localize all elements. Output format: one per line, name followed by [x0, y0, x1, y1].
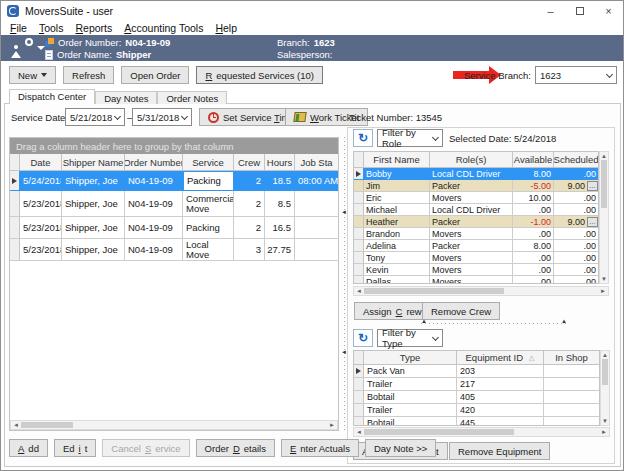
menu-reports[interactable]: Reports	[69, 22, 118, 34]
scroll-left-icon[interactable]: ◄	[354, 287, 364, 295]
crew-grid-vscrollbar[interactable]: ▲ ▼	[599, 151, 609, 284]
equipment-grid-row[interactable]: Bobtail405	[354, 391, 599, 404]
edit-button[interactable]: Edit	[54, 439, 96, 457]
user-menu-icon[interactable]	[11, 38, 45, 58]
requested-services-button[interactable]: Requested Services (10)	[196, 66, 323, 84]
service-date-from-select[interactable]: 5/21/2018	[65, 108, 125, 126]
crew-refresh-button[interactable]: ↻	[353, 129, 373, 147]
scheduled-more-button[interactable]: …	[587, 181, 598, 191]
equipment-grid-vscrollbar[interactable]: ▲ ▼	[600, 350, 610, 426]
scroll-down-icon[interactable]: ▼	[600, 417, 610, 425]
orders-grid-row[interactable]: 5/24/2018Shipper, JoeN04-19-09Packing218…	[10, 171, 338, 191]
crew-column-header[interactable]: Scheduled	[554, 152, 598, 167]
tab-day-notes[interactable]: Day Notes	[95, 91, 157, 104]
crew-column-header[interactable]: Available	[513, 152, 554, 167]
sort-ascending-icon: △	[529, 354, 534, 362]
service-branch-select[interactable]: 1623	[535, 66, 617, 84]
scroll-track[interactable]	[21, 421, 327, 429]
orders-grid-hscrollbar[interactable]: ◄ ►	[10, 420, 338, 430]
splitter-collapse-up-icon[interactable]: ▲	[421, 318, 427, 324]
group-by-band[interactable]: Drag a column header here to group by th…	[10, 138, 338, 154]
scroll-track[interactable]	[364, 428, 599, 436]
day-note-button[interactable]: Day Note >>	[365, 439, 436, 457]
maximize-button[interactable]	[565, 1, 594, 21]
remove-crew-button[interactable]: Remove Crew	[422, 302, 500, 320]
crew-grid-row[interactable]: JimPacker-5.009.00…	[354, 180, 598, 192]
close-button[interactable]: ×	[594, 1, 623, 21]
orders-column-header[interactable]: Order Number	[125, 154, 183, 170]
order-number-icon	[45, 38, 54, 47]
crew-column-header[interactable]: First Name	[364, 152, 430, 167]
scroll-thumb[interactable]	[21, 422, 73, 428]
crew-grid-row[interactable]: KevinMovers.00.00	[354, 264, 598, 276]
equipment-grid-row[interactable]: Pack Van203	[354, 365, 599, 378]
remove-equipment-button[interactable]: Remove Equipment	[449, 442, 550, 460]
scroll-track[interactable]	[364, 287, 598, 295]
crew-grid-row[interactable]: DallasMovers.00.00	[354, 276, 598, 284]
tab-dispatch-center[interactable]: Dispatch Center	[9, 89, 95, 104]
scroll-right-icon[interactable]: ►	[599, 428, 609, 436]
new-dropdown-caret-icon[interactable]	[41, 73, 47, 77]
orders-column-header[interactable]: Job Sta	[295, 154, 338, 170]
crew-column-header[interactable]: Role(s)	[430, 152, 513, 167]
service-date-to-select[interactable]: 5/31/2018	[132, 108, 192, 126]
scroll-thumb[interactable]	[364, 288, 504, 294]
scroll-left-icon[interactable]: ◄	[11, 421, 21, 429]
scroll-up-icon[interactable]: ▲	[600, 351, 610, 359]
orders-column-header[interactable]: Shipper Name	[62, 154, 125, 170]
equipment-grid-row[interactable]: Trailer420	[354, 404, 599, 417]
vertical-splitter[interactable]	[344, 137, 345, 431]
scroll-thumb[interactable]	[601, 160, 607, 208]
horizontal-splitter[interactable]	[421, 323, 567, 324]
add-button[interactable]: Add	[9, 439, 48, 457]
equipment-refresh-button[interactable]: ↻	[353, 329, 373, 347]
enter-actuals-button[interactable]: Enter Actuals	[281, 439, 359, 457]
minimize-button[interactable]: –	[536, 1, 565, 21]
scheduled-more-button[interactable]: …	[587, 217, 598, 227]
refresh-button[interactable]: Refresh	[63, 66, 114, 84]
crew-grid-row[interactable]: TonyMovers.00.00	[354, 252, 598, 264]
equipment-filter-select[interactable]: Filter by Type	[377, 329, 443, 347]
new-button[interactable]: New	[9, 66, 56, 84]
scroll-right-icon[interactable]: ►	[598, 287, 608, 295]
order-details-button[interactable]: Order Details	[196, 439, 275, 457]
equipment-grid-hscrollbar[interactable]: ◄ ►	[353, 427, 610, 437]
menu-tools[interactable]: Tools	[33, 22, 70, 34]
orders-column-header[interactable]: Hours	[265, 154, 295, 170]
equipment-grid-row[interactable]: Bobtail445	[354, 417, 599, 426]
scroll-left-icon[interactable]: ◄	[354, 428, 364, 436]
scroll-up-icon[interactable]: ▲	[599, 152, 609, 160]
equipment-column-header[interactable]: Equipment ID△	[457, 351, 544, 364]
splitter-collapse-up-icon[interactable]: ▲	[561, 318, 567, 324]
orders-column-header[interactable]: Service	[183, 154, 234, 170]
menu-help[interactable]: Help	[209, 22, 243, 34]
crew-grid-row[interactable]: EricMovers10.00.00	[354, 192, 598, 204]
scroll-thumb[interactable]	[364, 429, 514, 435]
crew-grid-hscrollbar[interactable]: ◄ ►	[353, 286, 609, 296]
equipment-column-header[interactable]: In Shop	[544, 351, 599, 364]
assign-crew-button[interactable]: Assign Crew	[354, 302, 431, 320]
menu-file[interactable]: File	[4, 22, 33, 34]
tab-order-notes[interactable]: Order Notes	[157, 91, 227, 104]
scroll-right-icon[interactable]: ►	[327, 421, 337, 429]
crew-grid-row[interactable]: MichaelLocal CDL Driver.00.00	[354, 204, 598, 216]
crew-grid-row[interactable]: BrandonMovers.00.00	[354, 228, 598, 240]
orders-grid-row[interactable]: 5/23/2018Shipper, JoeN04-19-09Commercial…	[10, 191, 338, 217]
open-order-button[interactable]: Open Order	[121, 66, 189, 84]
scroll-track[interactable]	[600, 160, 608, 275]
crew-grid-row[interactable]: AdelinaPacker8.00.00	[354, 240, 598, 252]
menu-accounting-tools[interactable]: Accounting Tools	[118, 22, 209, 34]
equipment-grid-row[interactable]: Trailer217	[354, 378, 599, 391]
orders-column-header[interactable]: Crew	[234, 154, 265, 170]
scroll-track[interactable]	[601, 359, 609, 417]
crew-grid-row[interactable]: BobbyLocal CDL Driver8.00.00	[354, 168, 598, 180]
crew-filter-select[interactable]: Filter by Role	[377, 129, 443, 147]
scroll-down-icon[interactable]: ▼	[599, 275, 609, 283]
orders-column-header[interactable]: Date	[20, 154, 62, 170]
equipment-column-header[interactable]: Type	[364, 351, 457, 364]
orders-grid-row[interactable]: 5/23/2018Shipper, JoeN04-19-09Packing216…	[10, 217, 338, 239]
orders-grid-row[interactable]: 5/23/2018Shipper, JoeN04-19-09Local Move…	[10, 239, 338, 261]
scroll-thumb[interactable]	[602, 359, 608, 385]
title-bar[interactable]: MoversSuite - user – ×	[1, 1, 623, 21]
crew-grid-row[interactable]: HeatherPacker-1.009.00…	[354, 216, 598, 228]
